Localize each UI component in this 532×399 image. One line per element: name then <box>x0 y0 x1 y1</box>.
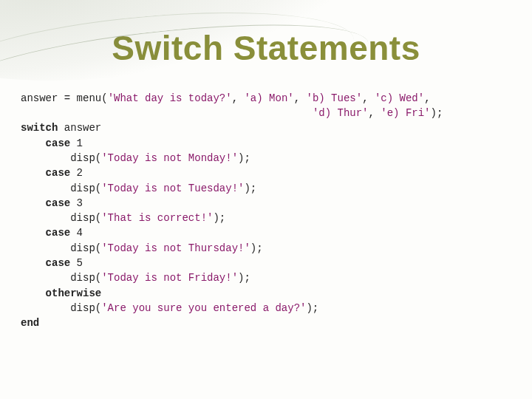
code-text <box>21 137 46 149</box>
keyword-otherwise: otherwise <box>46 287 102 299</box>
code-text: ); <box>250 242 263 254</box>
code-text: 4 <box>70 227 83 239</box>
code-text <box>21 287 46 299</box>
code-text: ); <box>238 272 250 284</box>
keyword-case: case <box>46 197 71 209</box>
code-text: disp( <box>21 302 101 314</box>
code-text: 1 <box>70 137 83 149</box>
code-text <box>21 197 46 209</box>
code-text: answer <box>58 122 101 134</box>
string-literal: 'Are you sure you entered a day?' <box>101 302 306 314</box>
string-literal: 'c) Wed' <box>375 92 424 104</box>
keyword-end: end <box>21 317 39 329</box>
code-text: ); <box>238 152 250 164</box>
keyword-case: case <box>46 227 71 239</box>
code-text: disp( <box>21 183 101 194</box>
keyword-switch: switch <box>21 122 58 134</box>
code-text: , <box>362 92 375 104</box>
code-text: ); <box>431 107 443 119</box>
keyword-case: case <box>46 257 71 269</box>
code-text <box>21 227 46 239</box>
code-text: disp( <box>21 152 101 164</box>
code-text: 5 <box>70 257 83 269</box>
code-text: disp( <box>21 212 101 224</box>
code-text: , <box>424 92 430 104</box>
string-literal: 'What day is today?' <box>108 92 232 104</box>
code-text: , <box>232 92 245 104</box>
string-literal: 'a) Mon' <box>244 92 293 104</box>
code-text <box>21 107 313 119</box>
code-text: , <box>294 92 307 104</box>
code-text: 3 <box>70 197 83 209</box>
slide-title: Switch Statements <box>0 28 532 68</box>
keyword-case: case <box>46 167 71 179</box>
string-literal: 'That is correct!' <box>101 212 213 224</box>
code-text: ); <box>213 212 225 224</box>
string-literal: 'Today is not Tuesday!' <box>101 183 244 194</box>
string-literal: 'Today is not Monday!' <box>101 152 238 164</box>
string-literal: 'Today is not Friday!' <box>101 272 238 284</box>
code-text <box>21 167 46 179</box>
code-text: disp( <box>21 242 101 254</box>
string-literal: 'd) Thur' <box>313 107 369 119</box>
string-literal: 'e) Fri' <box>381 107 430 119</box>
code-text: 2 <box>70 167 83 179</box>
code-text <box>21 257 46 269</box>
code-text: ); <box>244 183 256 194</box>
code-text: ); <box>306 302 318 314</box>
string-literal: 'Today is not Thursday!' <box>101 242 250 254</box>
code-text: disp( <box>21 272 101 284</box>
keyword-case: case <box>46 137 71 149</box>
string-literal: 'b) Tues' <box>307 92 363 104</box>
code-block: answer = menu('What day is today?', 'a) … <box>21 91 511 331</box>
code-text: answer = menu( <box>21 92 108 104</box>
code-text: , <box>369 107 381 119</box>
